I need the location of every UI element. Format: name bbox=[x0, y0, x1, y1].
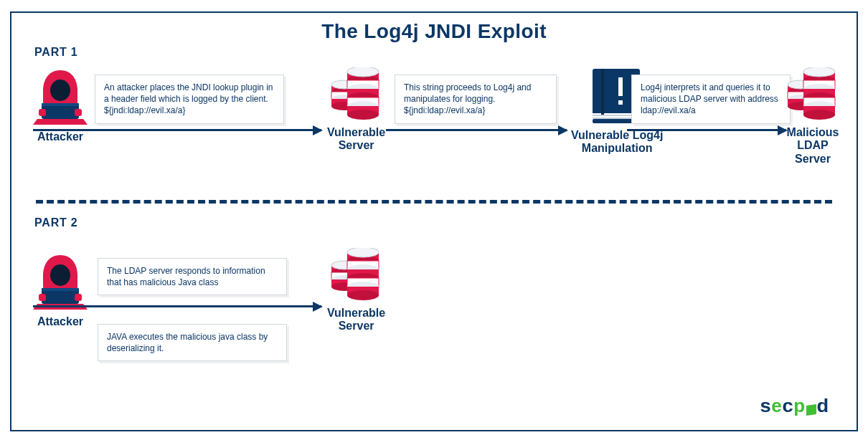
caption-log4j: Vulnerable Log4j Manipulation bbox=[571, 129, 663, 156]
caption-vulnerable-server-2: Vulnerable Server bbox=[327, 307, 385, 333]
database-icon bbox=[330, 67, 383, 123]
attacker-icon bbox=[32, 66, 89, 128]
database-icon bbox=[330, 248, 383, 304]
part1-label: PART 1 bbox=[34, 46, 832, 59]
msg-log4j-string: This string proceeds to Log4j and manipu… bbox=[395, 75, 557, 124]
msg-ldap-query: Log4j interprets it and queries it to ma… bbox=[631, 75, 791, 124]
part2-row: Attacker The LDAP server responds to inf… bbox=[36, 236, 832, 387]
database-icon bbox=[786, 67, 839, 123]
arrow-log4j-to-ldap bbox=[627, 129, 786, 131]
section-divider bbox=[36, 200, 832, 204]
msg-java-deserialize: JAVA executes the malicious java class b… bbox=[98, 324, 287, 361]
node-vulnerable-server-2: Vulnerable Server bbox=[327, 248, 385, 333]
node-ldap-server: Malicious LDAP Server bbox=[786, 67, 839, 166]
brand-logo: secpd bbox=[760, 395, 829, 417]
caption-attacker-2: Attacker bbox=[37, 315, 83, 328]
attacker-icon bbox=[32, 251, 89, 312]
node-attacker: Attacker bbox=[32, 66, 89, 143]
arrow-attacker-to-server-2 bbox=[33, 305, 321, 307]
caption-ldap-server: Malicious LDAP Server bbox=[786, 126, 839, 166]
arrow-server-to-log4j bbox=[386, 129, 567, 131]
arrow-attacker-to-server bbox=[33, 129, 321, 131]
node-attacker-2: Attacker bbox=[32, 251, 89, 328]
page-title: The Log4j JNDI Exploit bbox=[36, 20, 832, 43]
msg-ldap-response: The LDAP server responds to information … bbox=[98, 258, 287, 295]
part1-row: Attacker An attacker places the JNDI loo… bbox=[36, 60, 832, 193]
caption-attacker: Attacker bbox=[37, 130, 83, 143]
diagram-frame: The Log4j JNDI Exploit PART 1 Attacker A… bbox=[10, 11, 858, 431]
node-vulnerable-server: Vulnerable Server bbox=[327, 67, 385, 153]
logo-cube-icon bbox=[806, 405, 816, 415]
part2-label: PART 2 bbox=[34, 216, 832, 229]
caption-vulnerable-server: Vulnerable Server bbox=[327, 126, 385, 153]
msg-jndi-injection: An attacker places the JNDI lookup plugi… bbox=[95, 75, 284, 124]
